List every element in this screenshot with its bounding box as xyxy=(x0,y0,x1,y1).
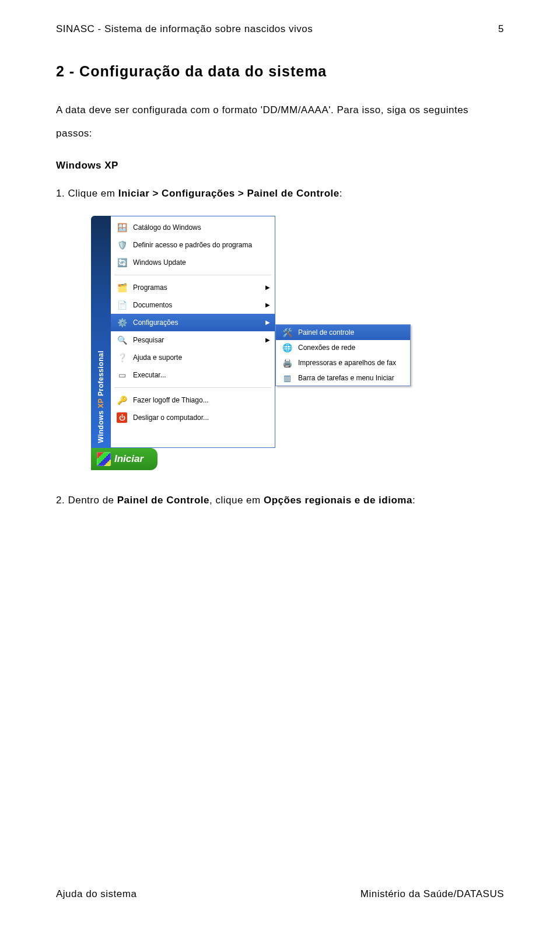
menu-item-catalog[interactable]: 🪟 Catálogo do Windows xyxy=(111,219,275,236)
menu-item-logoff[interactable]: 🔑 Fazer logoff de Thiago... xyxy=(111,391,275,409)
submenu-item-printers[interactable]: 🖨️ Impressoras e aparelhos de fax xyxy=(276,355,410,370)
programs-icon: 🗂️ xyxy=(116,281,128,294)
start-menu-main: 🪟 Catálogo do Windows 🛡️ Definir acesso … xyxy=(111,216,275,448)
settings-submenu: 🛠️ Painel de controle 🌐 Conexões de rede… xyxy=(275,324,411,386)
page: SINASC - Sistema de informação sobre nas… xyxy=(0,0,560,935)
menu-item-documents[interactable]: 📄 Documentos ▶ xyxy=(111,296,275,314)
start-menu-screenshot: Windows XP Professional 🪟 Catálogo do Wi… xyxy=(91,216,504,470)
menu-label: Programas xyxy=(133,283,261,292)
submenu-label: Barra de tarefas e menu Iniciar xyxy=(298,374,405,382)
step-2-bold1: Painel de Controle xyxy=(117,495,209,506)
run-icon: ▭ xyxy=(116,369,128,381)
step-1: 1. Clique em Iniciar > Configurações > P… xyxy=(56,188,504,199)
logoff-icon: 🔑 xyxy=(116,394,128,407)
catalog-icon: 🪟 xyxy=(116,221,128,234)
menu-item-shutdown[interactable]: ⏻ Desligar o computador... xyxy=(111,409,275,426)
menu-label: Configurações xyxy=(133,318,261,327)
chevron-right-icon: ▶ xyxy=(265,337,270,343)
menu-label: Desligar o computador... xyxy=(133,414,270,422)
section-title: 2 - Configuração da data do sistema xyxy=(56,63,504,80)
menu-label: Catálogo do Windows xyxy=(133,223,270,232)
page-header: SINASC - Sistema de informação sobre nas… xyxy=(56,23,504,35)
chevron-right-icon: ▶ xyxy=(265,319,270,325)
start-menu-sidebar: Windows XP Professional xyxy=(91,216,111,448)
step-2-suffix: : xyxy=(412,495,415,506)
submenu-label: Conexões de rede xyxy=(298,344,405,352)
menu-label: Executar... xyxy=(133,371,270,379)
search-icon: 🔍 xyxy=(116,334,128,346)
settings-icon: ⚙️ xyxy=(116,316,128,329)
sidebar-brand-xp: XP xyxy=(97,396,105,408)
menu-label: Pesquisar xyxy=(133,336,261,344)
start-menu-group-top: 🪟 Catálogo do Windows 🛡️ Definir acesso … xyxy=(111,216,275,274)
submenu-label: Painel de controle xyxy=(298,328,405,337)
step-1-suffix: : xyxy=(340,188,342,199)
submenu-item-control-panel[interactable]: 🛠️ Painel de controle xyxy=(276,325,410,340)
menu-item-settings[interactable]: ⚙️ Configurações ▶ xyxy=(111,314,275,331)
sidebar-brand-windows: Windows xyxy=(97,408,105,443)
menu-separator xyxy=(114,387,271,388)
step-1-prefix: 1. Clique em xyxy=(56,188,118,199)
start-menu-group-bottom: 🔑 Fazer logoff de Thiago... ⏻ Desligar o… xyxy=(111,389,275,429)
submenu-item-network[interactable]: 🌐 Conexões de rede xyxy=(276,340,410,355)
menu-label: Fazer logoff de Thiago... xyxy=(133,396,270,404)
start-button-label: Iniciar xyxy=(114,453,144,465)
network-icon: 🌐 xyxy=(281,341,293,354)
chevron-right-icon: ▶ xyxy=(265,302,270,308)
menu-label: Definir acesso e padrões do programa xyxy=(133,241,270,249)
step-1-path: Iniciar > Configurações > Painel de Cont… xyxy=(118,188,340,199)
page-footer: Ajuda do sistema Ministério da Saúde/DAT… xyxy=(56,888,504,900)
os-subhead: Windows XP xyxy=(56,160,504,171)
help-icon: ❔ xyxy=(116,351,128,364)
step-2-bold2: Opções regionais e de idioma xyxy=(264,495,412,506)
menu-label: Windows Update xyxy=(133,258,270,267)
menu-separator xyxy=(114,275,271,275)
documents-icon: 📄 xyxy=(116,299,128,311)
chevron-right-icon: ▶ xyxy=(265,284,270,290)
start-menu-left-column: Windows XP Professional 🪟 Catálogo do Wi… xyxy=(91,216,275,470)
taskbar: Iniciar xyxy=(91,448,275,470)
submenu-label: Impressoras e aparelhos de fax xyxy=(298,359,405,367)
start-menu-group-mid: 🗂️ Programas ▶ 📄 Documentos ▶ ⚙️ Configu… xyxy=(111,276,275,386)
winupdate-icon: 🔄 xyxy=(116,256,128,269)
menu-item-winupdate[interactable]: 🔄 Windows Update xyxy=(111,254,275,271)
step-2: 2. Dentro de Painel de Controle, clique … xyxy=(56,495,504,506)
taskbar-icon: ▥ xyxy=(281,372,293,384)
menu-label: Documentos xyxy=(133,301,261,309)
footer-right: Ministério da Saúde/DATASUS xyxy=(360,888,504,900)
menu-item-help[interactable]: ❔ Ajuda e suporte xyxy=(111,349,275,366)
sidebar-brand: Windows XP Professional xyxy=(97,351,105,443)
footer-left: Ajuda do sistema xyxy=(56,888,136,900)
shutdown-icon: ⏻ xyxy=(116,411,128,424)
sidebar-brand-pro: Professional xyxy=(97,351,105,396)
intro-text-line2: passos: xyxy=(56,124,504,143)
printer-icon: 🖨️ xyxy=(281,356,293,369)
control-panel-icon: 🛠️ xyxy=(281,326,293,339)
menu-item-run[interactable]: ▭ Executar... xyxy=(111,366,275,384)
menu-label: Ajuda e suporte xyxy=(133,353,270,362)
menu-item-search[interactable]: 🔍 Pesquisar ▶ xyxy=(111,331,275,349)
windows-flag-icon xyxy=(97,452,111,466)
page-number: 5 xyxy=(498,23,504,35)
step-2-prefix: 2. Dentro de xyxy=(56,495,117,506)
access-icon: 🛡️ xyxy=(116,239,128,251)
intro-text-line1: A data deve ser configurada com o format… xyxy=(56,101,504,120)
start-button[interactable]: Iniciar xyxy=(91,448,158,470)
doc-title: SINASC - Sistema de informação sobre nas… xyxy=(56,23,313,35)
menu-item-programs[interactable]: 🗂️ Programas ▶ xyxy=(111,279,275,296)
menu-item-access[interactable]: 🛡️ Definir acesso e padrões do programa xyxy=(111,236,275,254)
step-2-mid: , clique em xyxy=(209,495,264,506)
submenu-item-taskbar[interactable]: ▥ Barra de tarefas e menu Iniciar xyxy=(276,370,410,386)
